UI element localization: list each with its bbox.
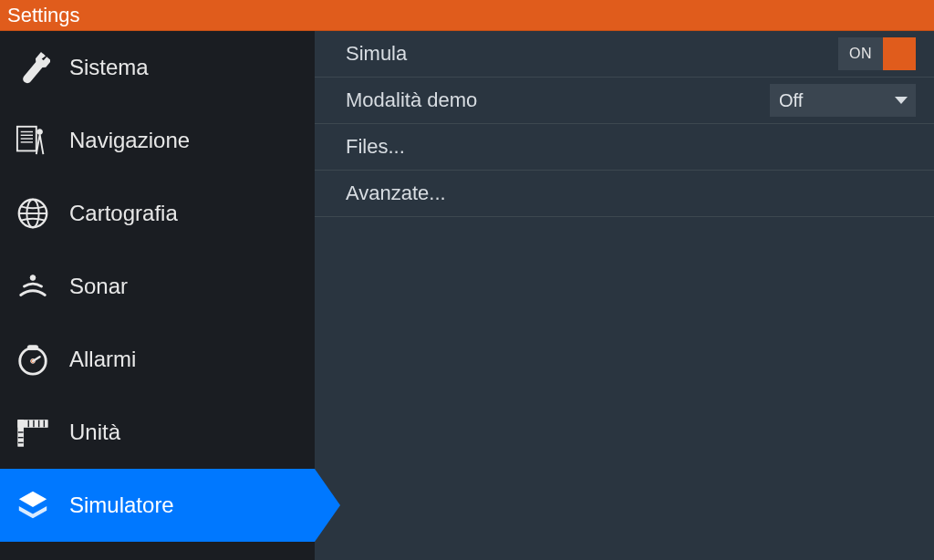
sonar-icon [15, 268, 51, 305]
sidebar-item-label: Simulatore [69, 493, 174, 518]
row-demo-mode[interactable]: Modalità demo Off [315, 78, 934, 124]
ruler-icon [15, 414, 51, 451]
sidebar-item-unita[interactable]: Unità [0, 396, 315, 469]
globe-icon [15, 195, 51, 232]
svg-point-9 [30, 275, 36, 281]
sidebar-item-allarmi[interactable]: Allarmi [0, 323, 315, 396]
row-label: Simula [346, 42, 838, 66]
demo-mode-dropdown[interactable]: Off [770, 84, 916, 117]
sidebar-item-label: Unità [69, 420, 120, 445]
row-avanzate[interactable]: Avanzate... [315, 171, 934, 217]
wrench-icon [15, 49, 51, 86]
layers-icon [15, 487, 51, 524]
row-files[interactable]: Files... [315, 124, 934, 171]
row-label: Modalità demo [346, 88, 770, 112]
sidebar-item-simulatore[interactable]: Simulatore [0, 469, 315, 542]
sidebar-item-label: Allarmi [69, 347, 136, 372]
sidebar: Sistema Navigazione [0, 31, 315, 560]
sidebar-item-label: Sonar [69, 274, 128, 299]
titlebar: Settings [0, 0, 934, 31]
svg-rect-15 [18, 420, 47, 428]
toggle-state-label: ON [838, 37, 883, 70]
sidebar-item-sonar[interactable]: Sonar [0, 250, 315, 323]
sidebar-item-label: Sistema [69, 55, 149, 80]
sidebar-item-label: Cartografia [69, 201, 178, 226]
sidebar-item-cartografia[interactable]: Cartografia [0, 177, 315, 250]
main-container: Sistema Navigazione [0, 31, 934, 560]
toggle-knob [883, 37, 916, 70]
svg-point-5 [37, 130, 43, 135]
sidebar-item-label: Navigazione [69, 128, 190, 153]
chevron-down-icon [887, 95, 916, 106]
titlebar-title: Settings [7, 4, 80, 27]
content-panel: Simula ON Modalità demo Off Files... Ava… [315, 31, 934, 560]
row-label: Files... [346, 135, 916, 159]
compass-icon [15, 122, 51, 159]
dropdown-value: Off [770, 90, 887, 111]
sidebar-item-navigazione[interactable]: Navigazione [0, 104, 315, 177]
alarm-icon [15, 341, 51, 378]
row-simula[interactable]: Simula ON [315, 31, 934, 78]
sidebar-item-sistema[interactable]: Sistema [0, 31, 315, 104]
row-label: Avanzate... [346, 181, 916, 205]
simula-toggle[interactable]: ON [838, 37, 916, 70]
svg-rect-11 [27, 346, 37, 350]
